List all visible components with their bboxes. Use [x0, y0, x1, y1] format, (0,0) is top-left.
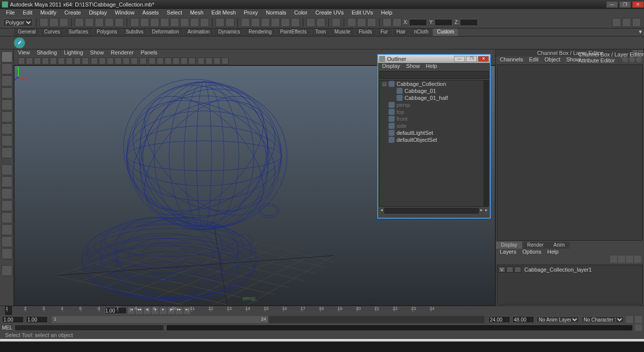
- ol-show[interactable]: Show: [406, 63, 420, 70]
- layer-color-swatch[interactable]: [514, 267, 521, 273]
- new-scene-icon[interactable]: [39, 18, 48, 27]
- select-obj-icon[interactable]: [105, 18, 114, 27]
- snap-grid-icon[interactable]: [130, 18, 139, 27]
- tab-muscle[interactable]: Muscle: [330, 28, 354, 36]
- soft-mod-tool[interactable]: [1, 135, 12, 146]
- vp-xray-joints-icon[interactable]: [157, 57, 164, 64]
- snap-curve-icon[interactable]: [140, 18, 149, 27]
- open-scene-icon[interactable]: [49, 18, 58, 27]
- cancel-batch-icon[interactable]: [291, 18, 300, 27]
- character-set-select[interactable]: No Character Set: [581, 316, 624, 323]
- playback-start-icon[interactable]: |◂: [128, 307, 135, 314]
- vp-resolution-gate-icon[interactable]: [50, 57, 57, 64]
- vp-show[interactable]: Show: [90, 49, 104, 56]
- tab-render[interactable]: Render: [522, 242, 549, 249]
- save-scene-icon[interactable]: [59, 18, 68, 27]
- tab-custom[interactable]: Custom: [433, 28, 458, 36]
- layout-persp-hyper-btn[interactable]: [1, 224, 12, 235]
- sidetab-attribute-editor[interactable]: Attribute Editor: [579, 57, 644, 63]
- menu-display[interactable]: Display: [85, 9, 111, 16]
- vp-renderer[interactable]: Renderer: [111, 49, 134, 56]
- menu-file[interactable]: File: [2, 9, 19, 16]
- tab-ncloth[interactable]: nCloth: [410, 28, 432, 36]
- select-tool[interactable]: [1, 51, 12, 62]
- select-comp-icon[interactable]: [115, 18, 124, 27]
- layer-visible-toggle[interactable]: V: [498, 267, 505, 273]
- vp-highquality-icon[interactable]: [131, 57, 138, 64]
- anim-end-input[interactable]: [512, 316, 534, 323]
- render-view-icon[interactable]: [271, 18, 280, 27]
- hypershade-icon[interactable]: [332, 18, 341, 27]
- tab-rendering[interactable]: Rendering: [244, 28, 275, 36]
- menu-select[interactable]: Select: [163, 9, 186, 16]
- outliner-search[interactable]: [379, 71, 489, 79]
- outliner-item[interactable]: front: [380, 115, 488, 122]
- graph-editor-icon[interactable]: [347, 18, 356, 27]
- lm-help[interactable]: Help: [547, 249, 559, 256]
- snap-point-icon[interactable]: [150, 18, 159, 27]
- snap-live-icon[interactable]: [170, 18, 179, 27]
- vp-shadows-icon[interactable]: [123, 57, 130, 64]
- expand-icon[interactable]: ⊟: [382, 81, 387, 87]
- outliner-item[interactable]: side: [380, 122, 488, 129]
- sel-name-icon[interactable]: [393, 18, 402, 27]
- vp-lighting[interactable]: Lighting: [64, 49, 83, 56]
- tab-curves[interactable]: Curves: [40, 28, 64, 36]
- layer-movedown-icon[interactable]: [618, 256, 625, 263]
- cmd-lang-label[interactable]: MEL: [2, 325, 12, 331]
- snap-toggle-icon[interactable]: [190, 18, 199, 27]
- menu-edit-mesh[interactable]: Edit Mesh: [208, 9, 240, 16]
- custom-shelf-button[interactable]: ✓: [14, 37, 25, 48]
- vp-grid-icon[interactable]: [198, 57, 205, 64]
- layout-single-btn[interactable]: [1, 164, 12, 175]
- layout-persp-graph-btn[interactable]: [1, 200, 12, 211]
- menu-edit[interactable]: Edit: [19, 9, 36, 16]
- autokey-icon[interactable]: [626, 316, 633, 323]
- show-manip-tool[interactable]: [1, 147, 12, 158]
- tab-fluids[interactable]: Fluids: [355, 28, 376, 36]
- lasso-tool[interactable]: [1, 63, 12, 74]
- last-tool[interactable]: [1, 265, 12, 276]
- ch-object[interactable]: Object: [544, 56, 560, 63]
- snap-plane-icon[interactable]: [160, 18, 169, 27]
- outliner-titlebar[interactable]: Outliner — ❐ ✕: [378, 55, 490, 63]
- rotate-tool[interactable]: [1, 99, 12, 110]
- render-icon[interactable]: [241, 18, 250, 27]
- ch-channels[interactable]: Channels: [500, 56, 523, 63]
- outliner-min-btn[interactable]: —: [454, 56, 465, 62]
- ipr-icon[interactable]: [251, 18, 260, 27]
- attr-editor-toggle-icon[interactable]: [612, 18, 621, 27]
- transform-icon[interactable]: [383, 18, 392, 27]
- tab-general[interactable]: General: [14, 28, 40, 36]
- maximize-button[interactable]: ❐: [619, 1, 631, 8]
- layout-single-icon[interactable]: [306, 18, 315, 27]
- vp-safe-action-icon[interactable]: [74, 57, 81, 64]
- vp-select-camera-icon[interactable]: [18, 57, 25, 64]
- outliner-close-btn[interactable]: ✕: [478, 56, 489, 62]
- anim-start-input[interactable]: [2, 316, 24, 323]
- ol-help[interactable]: Help: [426, 63, 437, 70]
- channel-box-toggle-icon[interactable]: [632, 18, 641, 27]
- tab-deformation[interactable]: Deformation: [148, 28, 183, 36]
- tab-fur[interactable]: Fur: [377, 28, 392, 36]
- menu-window[interactable]: Window: [111, 9, 138, 16]
- vp-light-icon[interactable]: [115, 57, 122, 64]
- layer-row[interactable]: V Cabbage_Collection_layer1: [498, 266, 642, 273]
- vp-gate-mask-icon[interactable]: [58, 57, 65, 64]
- shelf-menu-arrow-icon[interactable]: ▾: [637, 28, 644, 36]
- tab-animation[interactable]: Animation: [184, 28, 214, 36]
- tool-settings-toggle-icon[interactable]: [622, 18, 631, 27]
- tab-hair[interactable]: Hair: [393, 28, 410, 36]
- scroll-right-icon[interactable]: ▸: [484, 208, 489, 214]
- vp-view[interactable]: View: [18, 49, 30, 56]
- batch-render-icon[interactable]: [281, 18, 290, 27]
- paint-select-tool[interactable]: [1, 75, 12, 86]
- snap-view-icon[interactable]: [180, 18, 189, 27]
- playback-nextkey-icon[interactable]: ▸▸: [176, 307, 183, 314]
- outliner-item[interactable]: defaultLightSet: [380, 129, 488, 136]
- outliner-scrollbar-h[interactable]: ◂ ▸ ▸: [379, 208, 489, 214]
- mode-selector[interactable]: Polygons: [3, 18, 33, 26]
- menu-color[interactable]: Color: [290, 9, 311, 16]
- vp-field-chart-icon[interactable]: [66, 57, 73, 64]
- layout-hypershade-btn[interactable]: [1, 212, 12, 223]
